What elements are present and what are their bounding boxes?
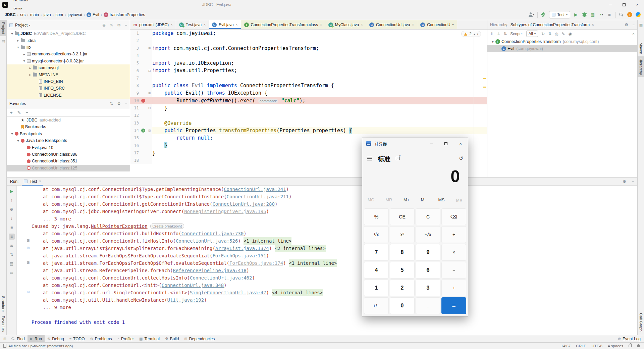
chevron-icon[interactable]: ▾ (490, 40, 495, 44)
run-tab-test[interactable]: Test × (22, 177, 43, 186)
stacktrace-link[interactable]: ConnectionUrl.java:241 (224, 186, 286, 193)
favorites-tree-row[interactable]: ConnectionUrl.class:351 (7, 158, 130, 164)
calc-key-1[interactable]: 1 (364, 280, 389, 296)
project-tree-row[interactable]: INFO_SRC (7, 85, 130, 92)
fold-marker[interactable]: ⊟ (147, 127, 152, 134)
project-tree-row[interactable]: ▸META-INF (7, 71, 130, 78)
calc-key-+[interactable]: + (441, 280, 466, 296)
editor-tab-ConnectionUrl.java[interactable]: CConnectionUrl.java× (366, 20, 417, 29)
collapse-all-icon[interactable]: ⇅ (110, 23, 113, 28)
hidden-tabs-icon[interactable]: ▾ (452, 23, 454, 26)
tool-button-problems[interactable]: ⊘Problems (88, 335, 115, 343)
maximize-button[interactable] (438, 138, 453, 149)
overriding-method-icon[interactable]: ↑ (141, 129, 145, 133)
favorites-tree-row[interactable]: ★JDBCauto-added (7, 117, 130, 123)
code-text[interactable]: public class Evil implements ConnectionP… (152, 82, 487, 89)
layout-icon[interactable]: ▦ (638, 23, 644, 27)
code-text[interactable]: package com.jeyiuwai; (152, 30, 487, 37)
code-text[interactable] (152, 74, 487, 82)
stacktrace-link[interactable]: Util.java:192 (167, 296, 204, 304)
keep-on-top-icon[interactable] (396, 157, 400, 160)
fold-marker[interactable]: ⊟ (147, 104, 152, 112)
breadcrumb-item-Evil[interactable]: CEvil (87, 12, 99, 17)
expand-frames-icon[interactable]: ⊞ (26, 239, 30, 243)
settings-gear-icon[interactable]: ⚙ (625, 22, 628, 27)
stacktrace-link[interactable]: ConnectionUrl.java:526 (176, 237, 238, 245)
code-line-11[interactable]: 11⊟ } (130, 104, 487, 112)
next-warning-icon[interactable]: ▾ (477, 33, 478, 36)
code-text[interactable]: import com.mysql.cj.conf.ConnectionPrope… (152, 45, 487, 52)
favorites-tree-row[interactable]: ▾Breakpoints (7, 131, 130, 137)
calc-key-+/−[interactable]: +/− (364, 297, 389, 314)
readonly-lock-icon[interactable] (629, 345, 632, 347)
code-line-7[interactable]: 7 (130, 74, 487, 82)
close-button[interactable]: × (453, 138, 468, 149)
project-tree-row[interactable]: ▾JDBCE:\Vuln\IDEA_Project\JDBC (7, 30, 130, 37)
code-line-2[interactable]: 2 (130, 37, 487, 44)
stacktrace-link[interactable]: NullPointerException (91, 222, 148, 230)
favorites-tree-row[interactable]: Bookmarks (7, 123, 130, 130)
breadcrumb-item-src[interactable]: src (20, 12, 25, 17)
close-button[interactable]: × (631, 0, 644, 9)
stop-button[interactable]: ■ (607, 11, 612, 18)
memory-key-MS[interactable]: MS (438, 198, 445, 203)
calc-key-7[interactable]: 7 (364, 244, 389, 261)
stacktrace-link[interactable]: ConnectionUrl.java:348 (162, 282, 224, 289)
run-configuration-select[interactable]: Test ▾ (549, 11, 570, 18)
tool-window-tab-favorites[interactable]: Favorites (0, 314, 7, 334)
stacktrace-link[interactable]: ArrayList.java:1374 (215, 245, 269, 252)
calc-key-CE[interactable]: CE (390, 208, 415, 225)
update-icon[interactable]: ↑ (627, 11, 632, 18)
remove-icon[interactable]: − (26, 110, 29, 115)
calc-key-.[interactable]: . (416, 297, 440, 314)
code-text[interactable] (152, 52, 487, 59)
calc-key-2[interactable]: 2 (390, 280, 415, 296)
expand-frames-icon[interactable]: ⊞ (26, 261, 30, 265)
profiler-button[interactable]: ◔▾ (598, 11, 604, 18)
editor-tab-ConnectionPropertiesTransform.class[interactable]: IConnectionPropertiesTransform.class× (241, 20, 325, 29)
tool-button-todo[interactable]: ≡TODO (67, 335, 88, 343)
debug-button[interactable] (582, 11, 587, 18)
code-line-13[interactable]: 13 @Override (130, 119, 487, 127)
line-separator[interactable]: CRLF (576, 344, 586, 348)
close-icon[interactable]: × (592, 22, 594, 27)
export-icon[interactable]: ✎ (562, 32, 565, 36)
favorites-panel-title[interactable]: Favorites (9, 101, 26, 106)
stacktrace-link[interactable]: ForEachOps.java:151 (212, 252, 266, 259)
notifications-bell-icon[interactable] (637, 344, 640, 347)
hierarchy-tree-row[interactable]: ▾IConnectionPropertiesTransform(com.mysq… (487, 38, 637, 45)
calc-key-x²[interactable]: x² (390, 226, 415, 243)
indent-setting[interactable]: 4 spaces (608, 344, 623, 348)
project-tree-row[interactable]: ▸com.mysql (7, 64, 130, 71)
sort-alpha-icon[interactable]: ⇅ (548, 32, 551, 36)
favorites-tree-row[interactable]: ConnectionUrl.class:125 (7, 165, 130, 171)
calc-key-÷[interactable]: ÷ (441, 226, 466, 243)
prev-warning-icon[interactable]: ▴ (474, 33, 475, 36)
memory-key-M−[interactable]: M− (421, 198, 427, 203)
settings-gear-icon[interactable]: ⚙ (623, 179, 626, 184)
restore-layout-icon[interactable]: ≡ (9, 234, 15, 240)
calc-key-%[interactable]: % (364, 208, 389, 225)
calc-key-0[interactable]: 0 (390, 297, 415, 314)
chevron-icon[interactable]: ▸ (21, 52, 27, 56)
project-tree-row[interactable]: INFO_BIN (7, 78, 130, 85)
close-icon[interactable]: × (412, 23, 414, 27)
breakpoint-icon[interactable] (141, 99, 145, 103)
chevron-icon[interactable]: ▾ (15, 45, 21, 49)
scroll-to-end-icon[interactable]: ⇅ (9, 252, 15, 258)
stacktrace-link[interactable]: ReferencePipeline.java:418 (173, 267, 246, 274)
refresh-icon[interactable]: ↻ (541, 32, 545, 36)
caret-position[interactable]: 14:67 (561, 344, 571, 348)
tool-window-tab-call-graph[interactable]: Call Graph (638, 311, 644, 334)
editor-tab-pom.xml-JDBC-[interactable]: mpom.xml (JDBC)× (130, 20, 176, 29)
soft-wrap-icon[interactable]: ≋ (9, 243, 15, 249)
favorites-tree-row[interactable]: ▾Java Line Breakpoints (7, 137, 130, 144)
settings-icon[interactable]: ⚙ (9, 206, 15, 212)
code-text[interactable] (152, 112, 487, 119)
user-profile-icon[interactable]: ▾ (528, 11, 534, 18)
close-icon[interactable]: × (171, 23, 173, 27)
menu-icon[interactable] (367, 157, 372, 160)
calc-key-5[interactable]: 5 (390, 262, 415, 279)
scope-select[interactable]: All ▾ (526, 31, 538, 37)
code-text[interactable]: public Properties transformProperties(Pr… (152, 127, 487, 134)
